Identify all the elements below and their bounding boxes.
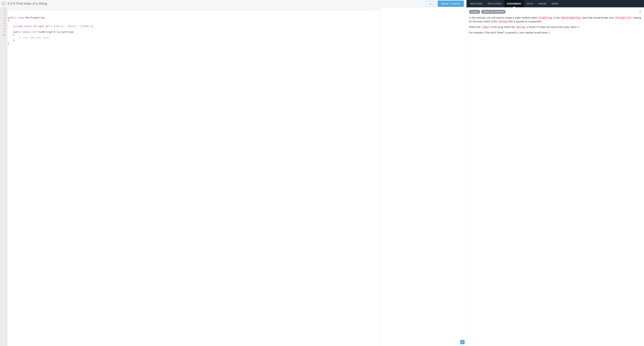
line-number: 7 bbox=[0, 25, 8, 28]
code-line[interactable] bbox=[8, 22, 380, 25]
instruction-paragraph: In this exercise, you will need to creat… bbox=[469, 16, 642, 23]
code-line[interactable]: private static String[] arr = {"Hello", … bbox=[8, 25, 380, 28]
line-number: 3 bbox=[0, 13, 8, 16]
popout-icon[interactable] bbox=[639, 10, 642, 14]
tab-assignment[interactable]: ASSIGNMENT bbox=[504, 0, 524, 7]
submit-continue-button[interactable]: Submit + Continue bbox=[438, 0, 464, 7]
code-MatchingString: MatchingString bbox=[560, 16, 581, 19]
page-title: 6.2.9: Find Index of a String bbox=[8, 2, 47, 5]
code-line[interactable]: public class MatchingString bbox=[8, 16, 380, 19]
code-String-arr: String[] arr bbox=[614, 16, 632, 19]
status-badge: Status: Not Submitted bbox=[481, 10, 506, 14]
tab-more[interactable]: MORE bbox=[549, 0, 561, 7]
line-gutter: 12345678910 bbox=[0, 7, 8, 346]
code-String: String bbox=[498, 20, 508, 23]
top-bar: 6.2.9: Find Index of a String Save Submi… bbox=[0, 0, 466, 7]
code-line[interactable]: { bbox=[8, 33, 380, 36]
code-line[interactable]: // your code goes here! bbox=[8, 36, 380, 39]
side-panel: RUN CODETEST CASESASSIGNMENTDOCSGRADEMOR… bbox=[466, 0, 644, 346]
line-number: 2 bbox=[0, 10, 8, 13]
assignment-instructions: 5 points Status: Not Submitted In this e… bbox=[466, 7, 644, 39]
points-badge: 5 points bbox=[469, 10, 480, 14]
code-area[interactable]: public class MatchingString{ private sta… bbox=[8, 7, 380, 346]
tab-grade[interactable]: GRADE bbox=[536, 0, 549, 7]
line-number: 10 bbox=[0, 33, 8, 36]
instruction-paragraph: For example, if the word "Karel" is pass… bbox=[469, 31, 642, 34]
tab-run-code[interactable]: RUN CODE bbox=[468, 0, 485, 7]
tab-docs[interactable]: DOCS bbox=[524, 0, 536, 7]
line-number: 9 bbox=[0, 30, 8, 33]
code-findString: findString bbox=[538, 16, 553, 19]
code-String2: String bbox=[516, 25, 526, 29]
instruction-paragraph: Return the index of the array where the … bbox=[469, 25, 642, 29]
line-number: 8 bbox=[0, 28, 8, 30]
line-number: 5 bbox=[0, 19, 8, 22]
code-line[interactable] bbox=[8, 28, 380, 30]
line-number: 6 bbox=[0, 22, 8, 25]
expand-icon[interactable] bbox=[460, 340, 464, 344]
line-number: 4 bbox=[0, 16, 8, 19]
code-line[interactable]: } bbox=[8, 42, 380, 45]
console-pane bbox=[381, 7, 466, 346]
code-line[interactable]: public static int findString(String mySt… bbox=[8, 30, 380, 33]
save-button[interactable]: Save bbox=[426, 1, 436, 6]
code-line[interactable]: { bbox=[8, 19, 380, 22]
code-line[interactable]: } bbox=[8, 39, 380, 42]
tabs-bar: RUN CODETEST CASESASSIGNMENTDOCSGRADEMOR… bbox=[466, 0, 644, 7]
code-editor[interactable]: 12345678910 public class MatchingString{… bbox=[0, 7, 380, 346]
line-number: 1 bbox=[0, 8, 8, 10]
gear-icon bbox=[2, 1, 6, 5]
tab-test-cases[interactable]: TEST CASES bbox=[485, 0, 504, 7]
code-index: index bbox=[482, 25, 490, 29]
active-line-highlight bbox=[8, 8, 380, 10]
